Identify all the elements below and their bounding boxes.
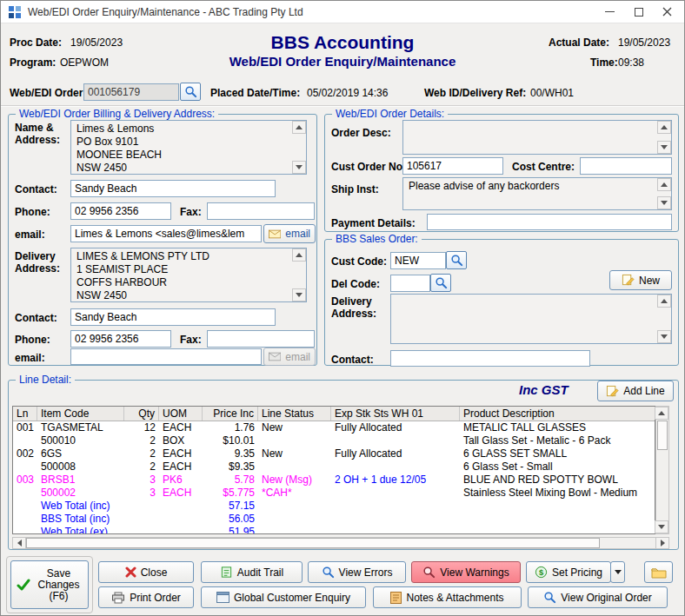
sales-order-group-title: BBS Sales Order: [332, 233, 422, 245]
view-errors-button[interactable]: View Errors [308, 561, 406, 583]
delivery-email-button[interactable]: email [263, 348, 316, 366]
scroll-up-button[interactable] [292, 248, 306, 262]
view-warnings-button[interactable]: View Warnings [411, 561, 521, 583]
scroll-up-button[interactable] [657, 295, 671, 308]
cust-code-input[interactable] [390, 252, 446, 269]
table-row[interactable]: 500002 3 EACH $5.775 *CAH* Stainless Ste… [13, 487, 655, 500]
cell-item: BRSB1 [37, 474, 124, 487]
scroll-down-button[interactable] [657, 196, 671, 209]
scroll-right-button[interactable] [655, 538, 668, 548]
so-delivery-address-box[interactable] [390, 294, 672, 344]
cell-status [258, 500, 331, 513]
notes-attachments-button[interactable]: Notes & Attachments [373, 586, 522, 608]
cell-status [258, 460, 331, 474]
col-header-uom: UOM [159, 407, 203, 421]
billing-delivery-address-box[interactable]: LIMES & LEMONS PTY LTD 1 SEAMIST PLACE C… [70, 248, 307, 302]
cell-desc: Tall Glass Set - Metalic - 6 Pack [460, 434, 655, 447]
close-button[interactable]: Close [98, 561, 194, 583]
cost-centre-input[interactable] [580, 157, 672, 175]
del-code-search-button[interactable] [430, 274, 451, 292]
global-customer-enquiry-label: Global Customer Enquiry [234, 592, 350, 604]
placed-value: 05/02/2019 14:36 [307, 87, 388, 99]
title-bar: Web/EDI Order Enquiry/Maintenance - ABC … [1, 1, 684, 23]
close-window-button[interactable] [653, 1, 681, 23]
delivery-fax-input[interactable] [207, 330, 315, 348]
scroll-up-button[interactable] [657, 121, 671, 134]
cell-total-label: Web Total (inc) [37, 500, 124, 513]
webid-label: Web ID/Delivery Ref: [424, 87, 526, 99]
print-order-button[interactable]: Print Order [98, 586, 194, 608]
order-desc-label: Order Desc: [331, 127, 391, 139]
cell-ln [13, 460, 37, 474]
cell-ln: 003 [13, 474, 37, 487]
table-row[interactable]: 002 6GS 2 EACH 9.35 New Fully Allocated … [13, 447, 655, 460]
table-row-total[interactable]: Web Total (ex) 51.95 [13, 526, 655, 534]
scroll-up-button[interactable] [657, 178, 671, 191]
webedi-order-input[interactable] [83, 83, 179, 101]
table-row[interactable]: 001 TGASMETAL 12 EACH 1.76 New Fully All… [13, 421, 655, 434]
delivery-contact-input[interactable] [70, 308, 276, 326]
maximize-button[interactable] [625, 1, 653, 23]
billing-email-button[interactable]: email [263, 224, 316, 243]
billing-contact-input[interactable] [70, 180, 276, 197]
del-code-input[interactable] [390, 275, 430, 292]
so-contact-input[interactable] [390, 350, 590, 367]
billing-email-input[interactable] [70, 225, 262, 242]
scroll-down-button[interactable] [292, 161, 306, 174]
order-desc-box[interactable] [402, 120, 672, 155]
close-icon [662, 7, 672, 17]
cell-uom: PK6 [159, 474, 203, 487]
ship-inst-text: Please advise of any backorders [409, 180, 654, 193]
scrollbar-thumb[interactable] [26, 538, 600, 548]
table-vertical-scrollbar[interactable] [655, 406, 669, 534]
delivery-address-line: LIMES & LEMONS PTY LTD [76, 250, 289, 263]
view-original-order-button[interactable]: View Original Order [528, 586, 668, 608]
table-row-total[interactable]: BBS Total (inc) 56.05 [13, 513, 655, 526]
scrollbar-thumb[interactable] [657, 421, 668, 450]
table-row[interactable]: 500010 2 BOX $10.01 Tall Glass Set - Met… [13, 434, 655, 447]
audit-trail-label: Audit Trail [237, 566, 283, 579]
cell-desc: BLUE AND RED SPOTTY BOWL [460, 474, 655, 487]
table-row[interactable]: 003 BRSB1 3 PK6 5.78 New (Msg) 2 OH + 1 … [13, 474, 655, 487]
order-search-button[interactable] [180, 83, 201, 101]
scroll-down-button[interactable] [655, 520, 668, 533]
global-customer-enquiry-button[interactable]: Global Customer Enquiry [201, 586, 366, 608]
new-sales-order-button[interactable]: New [609, 270, 672, 290]
minimize-button[interactable] [595, 1, 623, 23]
cell-exp [331, 434, 460, 447]
scroll-down-button[interactable] [657, 330, 671, 343]
scroll-up-button[interactable] [292, 121, 306, 134]
table-horizontal-scrollbar[interactable] [12, 537, 669, 549]
cell-exp [331, 500, 460, 513]
col-header-exp-stk: Exp Stk Sts WH 01 [331, 407, 460, 421]
delivery-phone-input[interactable] [70, 330, 171, 348]
billing-name-address-box[interactable]: Limes & Lemons PO Box 9101 MOONEE BEACH … [70, 120, 307, 175]
table-row[interactable]: 500008 2 EACH $9.35 6 Glass Set - Small [13, 460, 655, 474]
billing-fax-input[interactable] [207, 202, 315, 220]
scroll-down-button[interactable] [292, 288, 306, 301]
cell-ln [13, 513, 37, 526]
scroll-left-button[interactable] [13, 538, 26, 548]
billing-group-title: Web/EDI Order Billing & Delivery Address… [16, 108, 218, 120]
cell-total-value: 57.15 [203, 500, 258, 513]
add-line-button[interactable]: Add Line [597, 381, 674, 401]
svg-text:$: $ [539, 568, 544, 577]
open-folder-button[interactable] [644, 561, 673, 583]
audit-trail-button[interactable]: Audit Trail [201, 561, 303, 583]
save-check-icon [17, 578, 30, 592]
cell-exp [331, 513, 460, 526]
ship-inst-box[interactable]: Please advise of any backorders [402, 177, 672, 210]
set-pricing-dropdown[interactable] [610, 561, 625, 583]
set-pricing-button[interactable]: $ Set Pricing [526, 561, 611, 583]
cust-code-search-button[interactable] [446, 251, 467, 269]
cell-price: $5.775 [203, 487, 258, 500]
billing-phone-input[interactable] [70, 202, 171, 220]
save-changes-button[interactable]: Save Changes (F6) [10, 560, 89, 609]
scroll-up-icon [661, 125, 668, 129]
scroll-up-button[interactable] [655, 407, 668, 420]
payment-details-input[interactable] [427, 214, 672, 230]
table-row-total[interactable]: Web Total (inc) 57.15 [13, 500, 655, 513]
cust-order-no-input[interactable] [402, 157, 503, 175]
scroll-down-button[interactable] [657, 141, 671, 154]
delivery-email-input[interactable] [70, 348, 262, 365]
